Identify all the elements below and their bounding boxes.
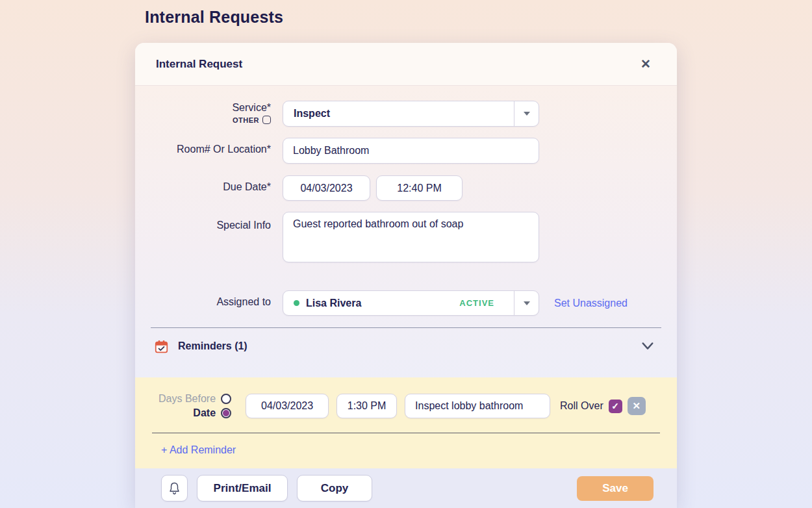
service-field: Inspect bbox=[283, 101, 539, 127]
location-row: Room# Or Location* bbox=[135, 138, 677, 164]
reminder-row: Days Before Date Roll Over ✓ ✕ bbox=[135, 377, 677, 419]
special-info-label: Special Info bbox=[135, 212, 271, 231]
other-label: OTHER bbox=[233, 116, 259, 124]
due-date-row: Due Date* bbox=[135, 175, 677, 201]
reminder-text-input[interactable] bbox=[405, 394, 550, 418]
assigned-select[interactable]: Lisa Rivera ACTIVE bbox=[283, 290, 539, 316]
service-other: OTHER bbox=[135, 116, 271, 124]
service-select[interactable]: Inspect bbox=[283, 101, 539, 127]
reminder-time-input[interactable] bbox=[336, 394, 397, 418]
modal-title: Internal Request bbox=[156, 58, 242, 71]
print-email-button[interactable]: Print/Email bbox=[197, 475, 288, 502]
reminder-section: Days Before Date Roll Over ✓ ✕ + Add Rem… bbox=[135, 377, 677, 468]
save-button[interactable]: Save bbox=[577, 476, 653, 501]
service-label-col: Service* OTHER bbox=[135, 101, 271, 124]
rollover-wrap: Roll Over ✓ ✕ bbox=[560, 397, 646, 415]
service-caret-zone[interactable] bbox=[514, 101, 539, 126]
due-time-input[interactable] bbox=[376, 175, 463, 201]
internal-request-modal: Internal Request ✕ Service* OTHER Inspec… bbox=[135, 43, 677, 508]
assigned-row: Assigned to Lisa Rivera ACTIVE Set Unass… bbox=[135, 290, 677, 316]
notification-bell-button[interactable] bbox=[161, 475, 188, 502]
service-label: Service* bbox=[135, 102, 271, 114]
reminders-header[interactable]: Reminders (1) bbox=[135, 328, 677, 364]
calendar-check-icon bbox=[155, 340, 168, 353]
assigned-name: Lisa Rivera bbox=[306, 298, 361, 309]
modal-body: Service* OTHER Inspect Room# Or Location… bbox=[135, 86, 677, 377]
other-checkbox[interactable] bbox=[262, 116, 271, 124]
special-info-textarea[interactable]: Guest reported bathroom out of soap bbox=[283, 212, 539, 262]
service-select-value: Inspect bbox=[283, 108, 514, 120]
date-option[interactable]: Date bbox=[159, 407, 231, 419]
special-info-row: Special Info Guest reported bathroom out… bbox=[135, 212, 677, 265]
status-badge: ACTIVE bbox=[459, 298, 503, 308]
due-date-label: Due Date* bbox=[135, 175, 271, 193]
roll-over-checkbox[interactable]: ✓ bbox=[609, 400, 622, 413]
service-row: Service* OTHER Inspect bbox=[135, 101, 677, 127]
reminder-date-input[interactable] bbox=[246, 394, 329, 418]
roll-over-label: Roll Over bbox=[560, 400, 603, 412]
remove-reminder-button[interactable]: ✕ bbox=[628, 397, 646, 415]
chevron-down-icon[interactable] bbox=[641, 340, 655, 352]
bell-icon bbox=[168, 482, 181, 495]
reminder-type-radio-group: Days Before Date bbox=[159, 393, 231, 419]
due-date-input[interactable] bbox=[283, 175, 370, 201]
copy-button[interactable]: Copy bbox=[297, 475, 372, 502]
days-before-option[interactable]: Days Before bbox=[159, 393, 231, 405]
location-input[interactable] bbox=[283, 138, 539, 164]
modal-footer: Print/Email Copy Save bbox=[135, 468, 677, 508]
set-unassigned-link[interactable]: Set Unassigned bbox=[554, 298, 628, 309]
assigned-caret-zone[interactable] bbox=[514, 291, 539, 315]
modal-header: Internal Request ✕ bbox=[135, 43, 677, 86]
close-icon[interactable]: ✕ bbox=[641, 58, 651, 70]
add-reminder-link[interactable]: + Add Reminder bbox=[135, 433, 677, 456]
assigned-label: Assigned to bbox=[135, 290, 271, 308]
location-label: Room# Or Location* bbox=[135, 138, 271, 155]
active-status-dot-icon bbox=[294, 300, 299, 306]
caret-down-icon bbox=[524, 301, 530, 305]
days-before-radio[interactable] bbox=[221, 394, 231, 404]
days-before-label: Days Before bbox=[159, 393, 216, 405]
reminders-title: Reminders (1) bbox=[178, 340, 247, 352]
page-title: Internal Requests bbox=[145, 8, 283, 27]
assigned-select-value: Lisa Rivera ACTIVE bbox=[283, 298, 514, 309]
date-radio[interactable] bbox=[221, 408, 231, 418]
date-label: Date bbox=[193, 407, 216, 419]
caret-down-icon bbox=[524, 112, 530, 116]
